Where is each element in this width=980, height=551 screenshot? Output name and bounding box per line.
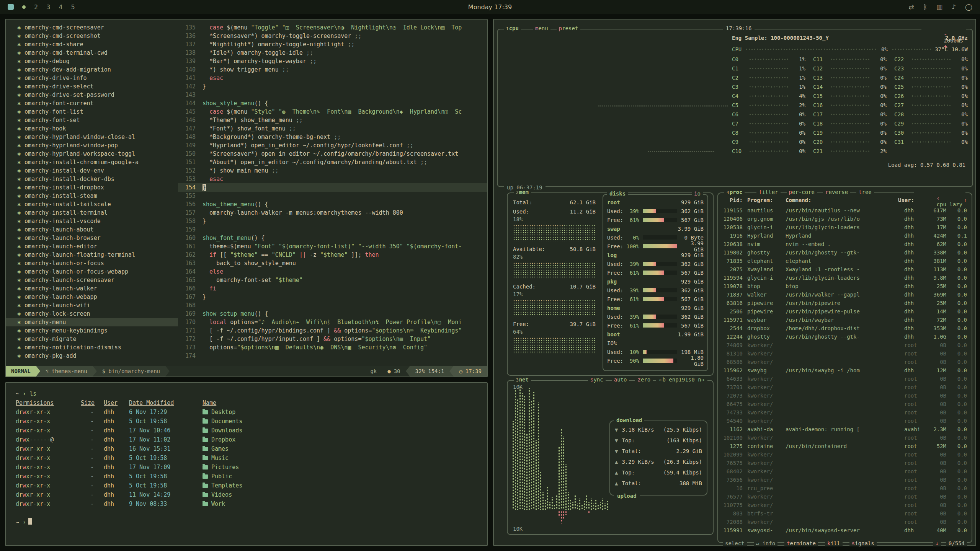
- file-item[interactable]: ✱omarchy-launch-or-focus: [6, 259, 178, 267]
- process-row[interactable]: 115962swaybg/usr/bin/swaybg -i /homdhh12…: [718, 366, 972, 375]
- process-row[interactable]: 2544dropbox/home/dhh/.dropbox-distdhh353…: [718, 324, 972, 333]
- process-row[interactable]: 803btrfs-trroot0B0.0: [718, 509, 972, 518]
- process-row[interactable]: 68586kworker/root0B0.0: [718, 358, 972, 366]
- file-item[interactable]: ✱omarchy-launch-screensaver: [6, 276, 178, 284]
- file-item[interactable]: ✱omarchy-menu: [6, 318, 178, 326]
- process-row[interactable]: 110775kworker/root0B0.0: [718, 501, 972, 509]
- file-item[interactable]: ✱omarchy-drive-select: [6, 82, 178, 91]
- process-row[interactable]: 76575kworker/root0B0.0: [718, 459, 972, 467]
- net-interface[interactable]: ←b enp191s0 n→: [656, 377, 707, 383]
- process-row[interactable]: 120538glycin-i/usr/lib/glycin-loadersdhh…: [718, 223, 972, 231]
- file-item[interactable]: ✱omarchy-launch-about: [6, 225, 178, 234]
- process-row[interactable]: 1275containe/usr/bin/containerdroot52M0.…: [718, 442, 972, 450]
- process-row[interactable]: 94540kworker/root0B0.0: [718, 417, 972, 425]
- process-row[interactable]: 102100kworker/root0B0.0: [718, 434, 972, 442]
- process-row[interactable]: 1162avahi-daavahi-daemon: running [avahi…: [718, 425, 972, 434]
- file-item[interactable]: ✱omarchy-hyprland-window-close-al: [6, 133, 178, 141]
- volume-icon[interactable]: ♪: [952, 3, 956, 11]
- process-row[interactable]: 119594glycin-i/usr/lib/glycin-loadersdhh…: [718, 274, 972, 282]
- process-row[interactable]: 76577kworker/root0B0.0: [718, 492, 972, 501]
- file-item[interactable]: ✱omarchy-hyprland-workspace-toggl: [6, 150, 178, 158]
- prompt-line[interactable]: ~ ›: [16, 518, 477, 527]
- file-item[interactable]: ✱omarchy-install-steam: [6, 192, 178, 200]
- process-list[interactable]: 119155nautilus/usr/bin/nautilus --newdhh…: [718, 206, 972, 537]
- terminate-button[interactable]: terminate: [784, 540, 818, 546]
- process-row[interactable]: 81310kworker/root0B0.0: [718, 349, 972, 358]
- process-row[interactable]: 120638nvimnvim --embed .dhh62M0.0: [718, 240, 972, 248]
- process-row[interactable]: 72073kworker/root0B0.0: [718, 391, 972, 400]
- file-item[interactable]: ✱omarchy-font-current: [6, 99, 178, 108]
- menu-button[interactable]: menu: [533, 25, 550, 31]
- process-row[interactable]: 74733kworker/root0B0.0: [718, 408, 972, 417]
- workspace-4[interactable]: 4: [59, 3, 62, 11]
- bluetooth-icon[interactable]: ᛒ: [923, 3, 927, 11]
- process-row[interactable]: 64633kworker/root0B0.0: [718, 375, 972, 383]
- process-row[interactable]: 102099kworker/root0B0.0: [718, 450, 972, 459]
- battery-icon[interactable]: ▥: [936, 3, 942, 11]
- file-item[interactable]: ✱omarchy-font-list: [6, 108, 178, 116]
- process-row[interactable]: 74869kworker/root0B0.0: [718, 341, 972, 349]
- terminal-window[interactable]: ~ › ls PermissionsSizeUserDate ModifiedN…: [5, 382, 488, 546]
- file-item[interactable]: ✱omarchy-hyprland-window-pop: [6, 141, 178, 150]
- process-row[interactable]: 115971waybar/usr/bin/waybardhh72M0.0: [718, 316, 972, 324]
- process-row[interactable]: 2075XwaylandXwayland :1 -rootless -dhh11…: [718, 265, 972, 274]
- process-row[interactable]: 73656kworker/root0B0.0: [718, 476, 972, 484]
- preset-button[interactable]: preset: [557, 25, 581, 31]
- file-item[interactable]: ✱omarchy-drive-set-password: [6, 91, 178, 99]
- file-item[interactable]: ✱omarchy-launch-floating-terminal: [6, 251, 178, 259]
- signals-button[interactable]: signals: [849, 540, 877, 546]
- file-item[interactable]: ✱omarchy-cmd-screensaver: [6, 23, 178, 32]
- file-item[interactable]: ✱omarchy-notification-dismiss: [6, 343, 178, 352]
- code-pane[interactable]: 135 case $(menu "Toggle" "◫ Screensaver\…: [178, 20, 487, 366]
- editor-window[interactable]: ✱omarchy-cmd-screensaver✱omarchy-cmd-scr…: [5, 19, 488, 377]
- file-item[interactable]: ✱omarchy-install-terminal: [6, 209, 178, 217]
- file-item[interactable]: ✱omarchy-dev-add-migration: [6, 65, 178, 74]
- file-item[interactable]: ✱omarchy-launch-walker: [6, 284, 178, 293]
- kill-button[interactable]: kill: [825, 540, 843, 546]
- filter-button[interactable]: filter: [756, 189, 781, 195]
- process-row[interactable]: 66475kworker/root0B0.0: [718, 400, 972, 408]
- file-item[interactable]: ✱omarchy-launch-webapp: [6, 293, 178, 301]
- file-item[interactable]: ✱omarchy-hook: [6, 124, 178, 133]
- network-arrows-icon[interactable]: ⇄: [909, 3, 914, 11]
- scroll-down-icon[interactable]: ↓: [933, 540, 941, 546]
- process-row[interactable]: 12244ghostty/usr/bin/ghostty --gtk-dhh1.…: [718, 333, 972, 341]
- process-row[interactable]: 73703kworker/root0B0.0: [718, 383, 972, 391]
- tree-button[interactable]: tree: [856, 189, 874, 195]
- auto-button[interactable]: auto: [612, 377, 629, 383]
- file-item[interactable]: ✱omarchy-launch-browser: [6, 234, 178, 242]
- file-item[interactable]: ✱omarchy-cmd-terminal-cwd: [6, 49, 178, 57]
- process-row[interactable]: 115991swayosd-/usr/bin/swayosd-serverdhh…: [718, 526, 972, 535]
- file-item[interactable]: ✱omarchy-drive-info: [6, 74, 178, 82]
- file-item[interactable]: ✱omarchy-install-chromium-google-a: [6, 158, 178, 166]
- io-button[interactable]: io: [692, 191, 703, 197]
- file-item[interactable]: ✱omarchy-install-vscode: [6, 217, 178, 225]
- process-row[interactable]: 119802ghostty/usr/bin/ghostty --gtk-dhh3…: [718, 248, 972, 257]
- file-item[interactable]: ✱omarchy-install-dropbox: [6, 183, 178, 192]
- file-item[interactable]: ✱omarchy-cmd-share: [6, 40, 178, 49]
- process-row[interactable]: 16rcu_preeroot0B0.0: [718, 484, 972, 492]
- process-row[interactable]: 71835elephantelephantdhh381M0.0: [718, 257, 972, 265]
- file-item[interactable]: ✱omarchy-launch-editor: [6, 242, 178, 251]
- file-item[interactable]: ✱omarchy-cmd-screenshot: [6, 32, 178, 40]
- file-item[interactable]: ✱omarchy-pkg-add: [6, 352, 178, 360]
- file-item[interactable]: ✱omarchy-font-set: [6, 116, 178, 124]
- file-item[interactable]: ✱omarchy-install-dev-env: [6, 166, 178, 175]
- process-row[interactable]: 120406org.gnom/usr/bin/gjs /usr/lib/odhh…: [718, 215, 972, 223]
- active-workspace-icon[interactable]: [8, 4, 14, 10]
- file-item[interactable]: ✱omarchy-lock-screen: [6, 310, 178, 318]
- workspace-2[interactable]: 2: [34, 3, 38, 11]
- sync-button[interactable]: sync: [588, 377, 606, 383]
- process-row[interactable]: 63816pipewire/usr/bin/pipewiredhh25M0.0: [718, 299, 972, 307]
- file-item[interactable]: ✱omarchy-install-tailscale: [6, 200, 178, 209]
- file-item[interactable]: ✱omarchy-migrate: [6, 335, 178, 343]
- file-item[interactable]: ✱omarchy-install-docker-dbs: [6, 175, 178, 183]
- file-item[interactable]: ✱omarchy-launch-wifi: [6, 301, 178, 310]
- file-item[interactable]: ✱omarchy-menu-keybindings: [6, 326, 178, 335]
- workspace-3[interactable]: 3: [46, 3, 50, 11]
- process-row[interactable]: 2506pipewire/usr/bin/pipewire-pulsedhh14…: [718, 307, 972, 316]
- zero-button[interactable]: zero: [635, 377, 653, 383]
- power-icon[interactable]: ◯: [965, 3, 972, 11]
- per-core-button[interactable]: per-core: [787, 189, 817, 195]
- process-row[interactable]: 72088kworker/root0B0.0: [718, 518, 972, 526]
